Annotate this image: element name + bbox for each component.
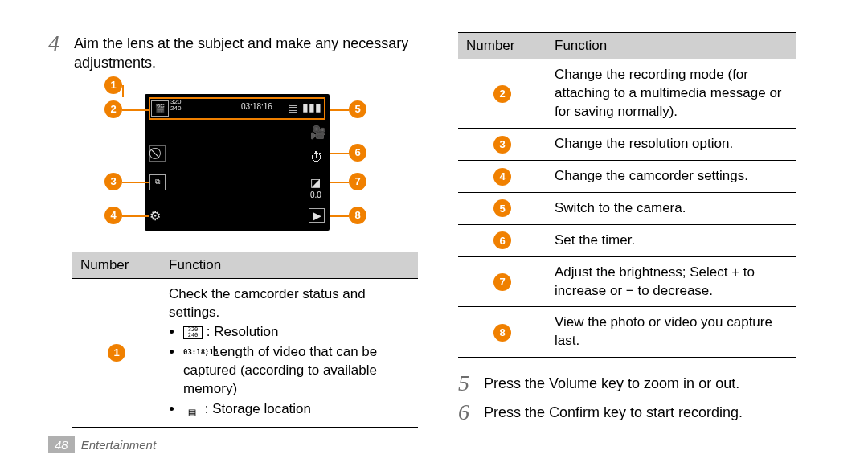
step-number: 6: [458, 401, 476, 424]
row-marker-8: 8: [493, 324, 511, 342]
step-6: 6 Press the Confirm key to start recordi…: [458, 401, 820, 424]
row-marker-2: 2: [493, 85, 511, 103]
leader-line: [122, 215, 149, 217]
storage-icon: ▤: [288, 100, 298, 113]
row-marker-6: 6: [493, 231, 511, 249]
callout-marker-8: 8: [349, 207, 366, 224]
step-number: 4: [48, 32, 66, 73]
mode-icon: 🎬: [151, 100, 169, 117]
step-text: Press the Confirm key to start recording…: [484, 401, 743, 424]
function-table-right: Number Function 2Change the recording mo…: [458, 32, 796, 358]
row-marker-4: 4: [493, 168, 511, 186]
table-row: 3Change the resolution option.: [458, 128, 796, 160]
func-cell: Change the camcorder settings.: [547, 160, 796, 192]
list-item: 320 240 : Resolution: [183, 323, 410, 342]
callout-marker-7: 7: [349, 173, 366, 190]
leader-line: [122, 109, 149, 111]
resolution-label: 320 240: [170, 99, 181, 112]
leader-line: [330, 182, 349, 183]
table-row: 7Adjust the brightness; Select + to incr…: [458, 256, 796, 307]
leader-line: [122, 182, 149, 183]
page-footer: 48Entertainment: [48, 436, 156, 453]
list-item: 03:18:16 : Length of video that can be c…: [183, 343, 410, 399]
func-cell: Adjust the brightness; Select + to incre…: [547, 256, 796, 307]
row-marker-1: 1: [108, 344, 125, 362]
func-cell: View the photo or video you capture last…: [547, 307, 796, 358]
table-header-row: Number Function: [72, 252, 418, 278]
blocked-icon: ⃠: [149, 145, 166, 162]
func-cell: Change the resolution option.: [547, 128, 796, 160]
row-marker-7: 7: [493, 273, 511, 291]
step-text: Aim the lens at the subject and make any…: [74, 32, 418, 73]
callout-marker-6: 6: [349, 144, 366, 162]
func-cell: Change the recording mode (for attaching…: [547, 59, 796, 129]
settings-gear-icon: ⚙: [149, 208, 161, 223]
func-cell: Switch to the camera.: [547, 192, 796, 224]
page-number: 48: [48, 436, 75, 453]
callout-marker-1: 1: [104, 76, 122, 94]
leader-line: [122, 85, 124, 97]
header-function: Function: [161, 252, 418, 278]
bullet-text: : Storage location: [201, 401, 311, 416]
time-inline-icon: 03:18:16: [183, 347, 201, 358]
callout-marker-2: 2: [104, 100, 122, 118]
storage-inline-icon: ▤: [183, 404, 201, 416]
step-number: 5: [458, 372, 476, 395]
time-remaining-label: 03:18:16: [241, 102, 272, 111]
row-marker-3: 3: [493, 136, 511, 154]
ev-value: 0.0: [310, 190, 321, 199]
section-title: Entertainment: [81, 438, 156, 452]
row1-intro: Check the camcorder status and settings.: [169, 286, 366, 320]
leader-line: [330, 153, 349, 154]
table-row: 6Set the timer.: [458, 224, 796, 256]
callout-marker-5: 5: [349, 100, 366, 118]
table-row: 8View the photo or video you capture las…: [458, 307, 796, 358]
table-row: 4Change the camcorder settings.: [458, 160, 796, 192]
list-item: ▤ : Storage location: [183, 400, 410, 419]
camcorder-screenshot-diagram: 🎬 320 240 03:18:16 ▤ ▮▮▮ 🎥 ⏱ ◪ 0.0 ▶ ⃠ ⧉…: [72, 80, 418, 240]
resolution-inline-icon: 320 240: [183, 326, 203, 339]
leader-line: [330, 109, 349, 111]
header-number: Number: [458, 33, 547, 59]
brightness-icon: ◪: [310, 176, 321, 189]
step-5: 5 Press the Volume key to zoom in or out…: [458, 372, 820, 395]
table-header-row: Number Function: [458, 33, 796, 59]
row-marker-5: 5: [493, 199, 511, 217]
step-text: Press the Volume key to zoom in or out.: [484, 372, 739, 395]
camera-switch-icon: 🎥: [310, 125, 326, 140]
step-4: 4 Aim the lens at the subject and make a…: [48, 32, 418, 73]
function-table-left: Number Function 1 Check the camcorder st…: [72, 252, 418, 428]
table-row: 5Switch to the camera.: [458, 192, 796, 224]
bullet-text: : Resolution: [203, 324, 279, 339]
callout-marker-3: 3: [104, 173, 122, 190]
header-number: Number: [72, 252, 161, 278]
callout-marker-4: 4: [104, 207, 122, 224]
table-row: 1 Check the camcorder status and setting…: [72, 278, 418, 428]
leader-line: [330, 215, 349, 217]
table-row: 2Change the recording mode (for attachin…: [458, 59, 796, 129]
timer-icon: ⏱: [310, 150, 323, 165]
header-function: Function: [547, 33, 796, 59]
battery-icon: ▮▮▮: [302, 100, 321, 113]
res-setting-icon: ⧉: [149, 174, 166, 190]
func-cell: Set the timer.: [547, 224, 796, 256]
bullet-text: : Length of video that can be captured (…: [183, 344, 377, 396]
last-capture-icon: ▶: [309, 208, 325, 223]
row-function-cell: Check the camcorder status and settings.…: [161, 278, 418, 428]
